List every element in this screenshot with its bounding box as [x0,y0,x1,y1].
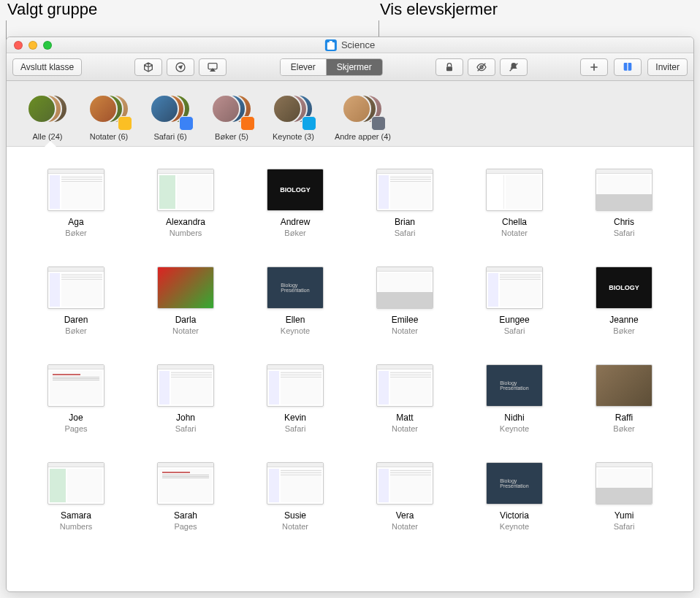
group-badge-icon [118,116,132,131]
group-label: Bøker (5) [215,132,248,141]
student-name: Yumi [615,510,634,521]
student-item[interactable]: Daren Bøker [43,267,109,335]
student-item[interactable]: BiologyPresentation Ellen Keynote [262,267,328,335]
group-badge-icon [240,116,255,131]
callout-left-label: Valgt gruppe [7,0,97,19]
add-button[interactable] [580,58,608,76]
student-item[interactable]: BiologyPresentation Nidhi Keynote [482,364,547,433]
student-name: Matt [396,413,413,423]
student-app: Bøker [65,326,86,335]
hide-button[interactable] [468,58,495,76]
student-name: John [176,413,195,423]
mute-button[interactable] [500,58,528,76]
minimize-button[interactable] [28,41,37,50]
student-name: Nidhi [504,413,524,423]
group-1[interactable]: Notater (6) [88,94,129,141]
student-name: Alexandra [166,217,205,227]
student-item[interactable]: Aga Bøker [43,169,109,237]
group-4[interactable]: Keynote (3) [273,94,314,141]
group-badge-icon [179,116,194,131]
group-avatars [342,94,383,129]
student-name: Jeanne [609,315,638,325]
navigate-button[interactable] [167,58,194,76]
student-app: Notater [282,522,308,531]
student-name: Ellen [286,315,305,325]
group-avatars [27,94,68,129]
student-name: Brian [395,217,415,227]
student-app: Notater [392,522,418,531]
student-item[interactable]: Vera Notater [372,462,438,531]
group-label: Keynote (3) [273,132,314,141]
student-item[interactable]: Emilee Notater [372,267,438,335]
screen-thumbnail: BIOLOGY [267,169,324,211]
lock-group [435,58,528,76]
group-5[interactable]: Andre apper (4) [335,94,391,141]
lock-icon [444,61,455,73]
groups-bar: Alle (24) Notater (6) Safari (6) Bøker (… [7,81,693,147]
group-avatars [88,94,129,129]
group-3[interactable]: Bøker (5) [211,94,252,141]
group-label: Andre apper (4) [335,132,391,141]
open-app-button[interactable] [134,58,162,76]
student-item[interactable]: John Safari [153,364,218,433]
avatar [211,94,240,123]
screens-tab[interactable]: Skjermer [327,59,382,75]
lock-button[interactable] [435,58,463,76]
titlebar: Science [7,37,693,53]
screen-thumbnail [157,364,214,407]
group-2[interactable]: Safari (6) [150,94,191,141]
zoom-button[interactable] [43,41,52,50]
student-item[interactable]: Joe Pages [43,364,109,433]
eye-off-icon [476,61,487,73]
traffic-lights [7,41,52,50]
student-item[interactable]: BIOLOGY Andrew Bøker [262,169,328,237]
screen-thumbnail [267,462,324,505]
student-app: Safari [395,229,416,237]
apps-icon [142,61,154,73]
student-item[interactable]: Yumi Safari [591,462,657,531]
screen-thumbnail [47,169,104,211]
student-app: Bøker [65,229,86,237]
book-button[interactable] [614,58,642,76]
student-item[interactable]: Eungee Safari [482,267,547,335]
group-0[interactable]: Alle (24) [27,94,68,141]
student-name: Joe [69,413,83,423]
callouts: Valgt gruppe Vis elevskjermer [0,0,700,37]
student-name: Sarah [174,510,197,521]
student-item[interactable]: Chella Notater [482,169,547,237]
bell-off-icon [508,61,520,73]
callout-right-label: Vis elevskjermer [380,0,498,19]
student-item[interactable]: Sarah Pages [153,462,218,531]
group-avatars [150,94,191,129]
student-item[interactable]: BiologyPresentation Victoria Keynote [482,462,547,531]
close-button[interactable] [14,41,23,50]
student-item[interactable]: Raffi Bøker [591,364,657,433]
airplay-button[interactable] [199,58,227,76]
student-app: Notater [392,424,418,433]
student-item[interactable]: Susie Notater [262,462,328,531]
screen-thumbnail [376,462,433,505]
student-item[interactable]: Kevin Safari [262,364,328,433]
student-item[interactable]: Alexandra Numbers [153,169,218,237]
student-item[interactable]: Brian Safari [372,169,438,237]
student-item[interactable]: BIOLOGY Jeanne Bøker [591,267,657,335]
screen-thumbnail [596,364,653,407]
student-name: Aga [68,217,83,227]
student-item[interactable]: Darla Notater [153,267,218,335]
students-tab[interactable]: Elever [281,59,327,75]
student-name: Raffi [615,413,633,423]
student-item[interactable]: Matt Notater [372,364,438,433]
end-class-button[interactable]: Avslutt klasse [12,58,82,76]
student-item[interactable]: Chris Safari [591,169,657,237]
student-name: Susie [284,510,306,521]
student-item[interactable]: Samara Numbers [43,462,109,531]
invite-button[interactable]: Inviter [647,58,688,76]
avatar [88,94,118,123]
screen-thumbnail [157,169,214,211]
student-app: Keynote [500,424,529,433]
student-app: Pages [64,424,87,433]
screen-thumbnail: BiologyPresentation [486,364,543,407]
student-app: Bøker [284,229,305,237]
avatar [150,94,179,123]
group-avatars [211,94,252,129]
